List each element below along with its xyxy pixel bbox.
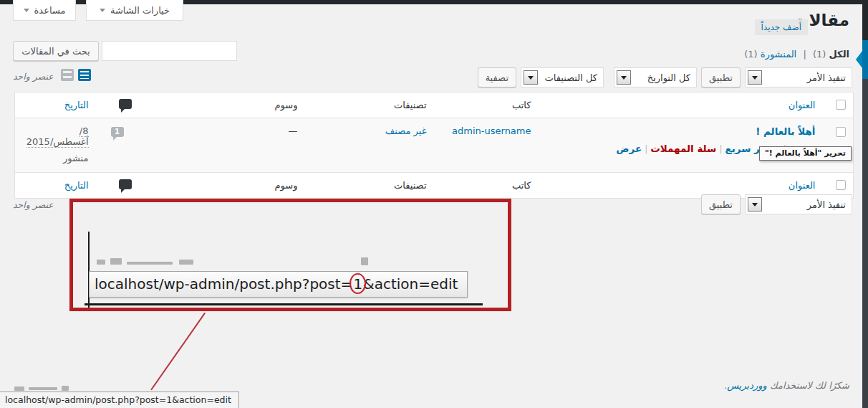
magnified-window-bottom-edge	[85, 303, 483, 305]
select-all-checkbox[interactable]	[836, 180, 846, 190]
admin-menu-strip-top	[862, 0, 868, 40]
sort-date-link[interactable]: التاريخ	[64, 100, 89, 110]
view-link[interactable]: عرض	[616, 143, 642, 154]
render-artifact	[361, 257, 368, 265]
action-separator: |	[645, 144, 647, 154]
render-artifact	[62, 386, 69, 391]
table-header-row: العنوان كاتب تصنيفات وسوم التاريخ	[15, 92, 854, 118]
post-status: منشور	[22, 153, 89, 163]
tablenav-bottom: تنفيذ الأمر تطبيق	[701, 194, 852, 214]
help-tab[interactable]: مساعدة	[13, 0, 76, 21]
bulk-actions-select-bottom[interactable]: تنفيذ الأمر	[745, 194, 852, 214]
add-new-button[interactable]: أضف جديداً	[755, 19, 808, 35]
search-posts-button[interactable]: بحث في المقالات	[13, 41, 99, 61]
admin-menu-current-item[interactable]	[862, 40, 868, 79]
views-filter: الكل (1) | المنشورة (1)	[744, 49, 849, 60]
list-view-icon[interactable]	[78, 69, 91, 81]
screen-options-label: خيارات الشاشة	[110, 5, 170, 16]
posts-table: العنوان كاتب تصنيفات وسوم التاريخ أهلاً …	[14, 92, 854, 199]
author-column-header: كاتب	[434, 173, 539, 199]
thanks-text: شكرًا لك لاستخدامك	[770, 380, 849, 391]
categories-filter-select[interactable]: كل التصنيفات	[521, 67, 604, 87]
help-tab-label: مساعدة	[34, 5, 66, 16]
render-artifact	[127, 262, 173, 265]
red-annotation-box: localhost/wp-admin/post.php?post=1&actio…	[69, 199, 511, 311]
render-artifact	[179, 260, 193, 265]
dropdown-arrow-icon[interactable]	[748, 197, 762, 212]
dropdown-arrow-icon[interactable]	[617, 70, 631, 85]
select-post-checkbox[interactable]	[836, 127, 846, 137]
render-artifact	[29, 387, 57, 390]
trash-link[interactable]: سلة المهملات	[650, 143, 716, 154]
bulk-actions-value: تنفيذ الأمر	[807, 199, 846, 210]
dropdown-arrow-icon[interactable]	[748, 70, 762, 85]
categories-filter-value: كل التصنيفات	[544, 72, 597, 83]
dropdown-arrow-icon[interactable]	[524, 70, 538, 85]
item-count-bottom: عنصر واحد	[13, 199, 54, 210]
all-count: (1)	[813, 49, 826, 60]
published-count: (1)	[744, 49, 757, 60]
dates-filter-value: كل التواريخ	[647, 72, 690, 83]
render-artifact	[14, 386, 24, 391]
search-input[interactable]	[102, 41, 237, 61]
url-suffix: &action=edit	[363, 275, 458, 293]
comments-column-icon[interactable]	[119, 99, 132, 109]
post-title-link[interactable]: أهلاً بالعالم !	[756, 125, 815, 137]
excerpt-view-icon[interactable]	[61, 69, 74, 81]
screen-options-tab[interactable]: خيارات الشاشة	[86, 0, 183, 21]
select-all-checkbox[interactable]	[836, 100, 846, 110]
filter-button[interactable]: تصفية	[478, 67, 516, 87]
dates-filter-select[interactable]: كل التواريخ	[614, 67, 697, 87]
sort-date-link[interactable]: التاريخ	[64, 180, 89, 191]
wordpress-posts-screen: مساعدة خيارات الشاشة مقالات أضف جديداً ا…	[0, 0, 868, 408]
item-count-top: عنصر واحد	[13, 71, 54, 82]
tags-column-header: وسوم	[139, 173, 305, 199]
views-separator: |	[803, 49, 806, 60]
footer-thanks: شكرًا لك لاستخدامك ووردبريس.	[724, 380, 849, 391]
sort-title-link[interactable]: العنوان	[789, 100, 816, 110]
author-column-header: كاتب	[434, 92, 539, 118]
url-prefix: localhost/wp-admin/post.php?post=	[95, 275, 352, 293]
posts-table-wrap: العنوان كاتب تصنيفات وسوم التاريخ أهلاً …	[14, 92, 854, 199]
apply-button[interactable]: تطبيق	[701, 67, 741, 87]
post-date: 8/أغسطس/2015	[26, 125, 89, 148]
sort-title-link[interactable]: العنوان	[789, 180, 816, 191]
view-all-link[interactable]: الكل	[829, 49, 849, 60]
view-mode-switcher	[61, 69, 91, 81]
tags-column-header: وسوم	[139, 92, 305, 118]
wordpress-link[interactable]: ووردبريس	[727, 380, 767, 391]
post-row: أهلاً بالعالم ! تحرير|تحرير سريع|سلة الم…	[15, 118, 854, 173]
categories-column-header: تصنيفات	[305, 173, 434, 199]
categories-column-header: تصنيفات	[305, 92, 434, 118]
edit-link-tooltip: تحرير "أهلاً بالعالم !"	[759, 146, 852, 161]
category-link[interactable]: غير مصنف	[385, 125, 427, 136]
bulk-actions-value: تنفيذ الأمر	[807, 72, 846, 83]
red-circle-annotation: 1	[352, 275, 363, 293]
chevron-down-icon	[24, 9, 29, 15]
bulk-actions-select[interactable]: تنفيذ الأمر	[745, 67, 852, 87]
render-artifact	[110, 258, 122, 265]
comments-column-icon[interactable]	[119, 179, 132, 189]
magnified-status-bar-url: localhost/wp-admin/post.php?post=1&actio…	[89, 271, 468, 298]
chevron-down-icon	[100, 9, 105, 15]
action-separator: |	[719, 144, 722, 154]
no-tags-dash: —	[289, 125, 298, 136]
author-link[interactable]: admin-username	[452, 125, 531, 136]
apply-button-bottom[interactable]: تطبيق	[701, 194, 741, 214]
comment-count-bubble[interactable]: 1	[111, 127, 124, 137]
tablenav-top: تنفيذ الأمر تطبيق كل التواريخ كل التصنيف…	[472, 67, 852, 87]
red-pointer-line	[150, 313, 206, 390]
browser-status-bar: localhost/wp-admin/post.php?post=1&actio…	[0, 392, 239, 408]
view-published-link[interactable]: المنشورة	[761, 49, 796, 60]
menu-collapse-arrow-icon[interactable]	[856, 51, 862, 68]
render-artifact	[97, 260, 105, 265]
